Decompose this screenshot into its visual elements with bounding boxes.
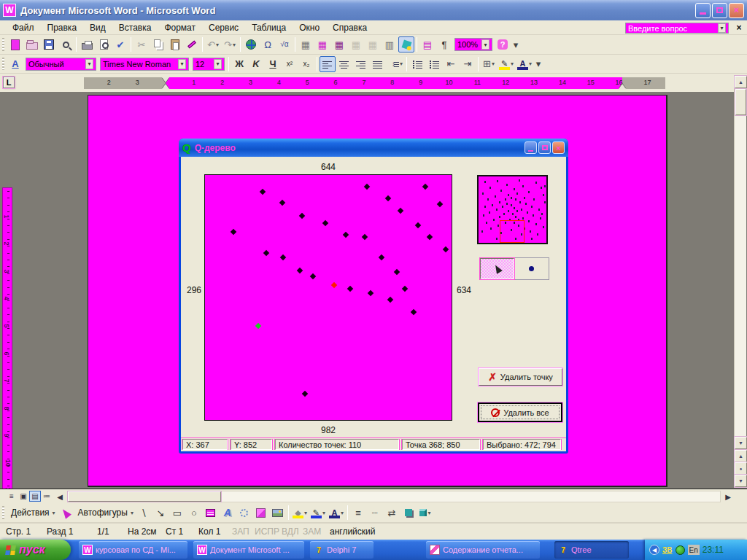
fill-color[interactable]: ◆▾ [291,505,309,521]
tray-collapse-icon[interactable]: ◀ [649,545,659,555]
menu-Таблица[interactable]: Таблица [245,21,293,34]
line-spacing[interactable]: ↕▾ [387,56,404,72]
file-search[interactable] [58,36,74,52]
point[interactable] [279,200,285,206]
status-mode-ИСПР[interactable]: ИСПР [255,526,279,537]
insert-diagram[interactable] [236,505,252,521]
equation-editor[interactable]: √α [276,36,293,52]
toolbar-options[interactable]: ▾ [511,36,520,52]
qtree-minimize-button[interactable] [525,141,537,154]
scroll-left-button[interactable]: ◀ [54,491,66,502]
chevron-down-icon[interactable]: ▾ [85,59,93,69]
point[interactable] [394,269,400,275]
menu-Формат[interactable]: Формат [158,21,202,34]
table-gridlines[interactable]: ▦ [365,36,381,52]
toolbar-grip[interactable] [2,58,4,70]
point[interactable] [398,208,403,214]
scroll-up-button[interactable]: ▲ [735,76,747,88]
add-point-tool-button[interactable] [514,258,549,279]
scroll-right-button[interactable]: ▶ [722,491,734,502]
point[interactable] [343,232,349,238]
font-color-drawing[interactable]: А▾ [328,505,345,521]
ask-close-icon[interactable]: × [733,22,745,34]
task--[interactable]: Содержание отчета... [426,541,540,559]
hanging-indent-marker[interactable] [162,84,169,89]
undo[interactable]: ↶▾ [205,36,221,52]
point[interactable] [280,254,286,260]
show-formatting-marks[interactable]: ¶ [436,36,452,52]
superscript[interactable]: x² [282,56,298,72]
chevron-down-icon[interactable]: ▾ [718,23,726,33]
point[interactable] [260,189,266,195]
next-page-button[interactable]: ▼ [735,475,747,487]
font-color[interactable]: А▾ [516,56,533,72]
horizontal-scroll-thumb[interactable] [68,491,221,502]
status-mode-ВДЛ[interactable]: ВДЛ [282,526,299,537]
print[interactable] [79,36,95,52]
point[interactable] [364,184,370,190]
bold[interactable]: Ж [231,56,247,72]
menu-Файл[interactable]: Файл [6,21,41,34]
menu-Вид[interactable]: Вид [83,21,112,34]
insert-wordart[interactable]: A [220,505,236,521]
normal-view[interactable]: ≡ [6,491,18,502]
point[interactable] [297,268,303,273]
select-tool-button[interactable] [480,258,514,279]
arrow[interactable]: ↘ [152,505,169,521]
tables-and-borders[interactable]: ▦ [298,36,314,52]
insert-picture[interactable] [270,505,286,521]
start-button[interactable]: пуск [0,540,71,560]
point[interactable] [379,254,384,260]
point[interactable] [263,250,269,256]
numbering[interactable] [409,56,425,72]
tray-smiley-icon[interactable] [676,545,685,555]
point[interactable] [427,234,433,240]
paste[interactable] [167,36,183,52]
minimap[interactable] [477,175,548,244]
toolbar-options-formatting[interactable]: ▾ [534,56,543,72]
point[interactable] [415,222,421,228]
language-indicator[interactable]: En [688,545,700,555]
underline[interactable]: Ч [265,56,281,72]
qtree-titlebar[interactable]: Q Q-дерево × [179,139,568,157]
line-color[interactable]: ✎▾ [309,505,327,521]
line[interactable]: ∖ [136,505,152,521]
insert-symbol[interactable]: Ω [260,36,276,52]
close-button[interactable]: × [729,3,744,18]
point[interactable] [437,201,443,207]
point[interactable] [362,234,368,240]
oval[interactable]: ○ [186,505,202,521]
decrease-indent[interactable]: ⇤ [443,56,459,72]
menu-Окно[interactable]: Окно [293,21,326,34]
spelling[interactable]: ✔ [112,36,128,52]
scroll-down-button[interactable]: ▼ [735,437,747,449]
dash-style[interactable]: ┈ [367,505,383,521]
arrow-style[interactable]: ⇄ [384,505,400,521]
point[interactable] [422,184,428,190]
line-style[interactable]: ≡ [350,505,366,521]
point[interactable] [443,246,449,252]
insert-clipart[interactable] [253,505,269,521]
maximize-button[interactable] [712,3,727,18]
new-document[interactable] [7,36,23,52]
delete-all-button[interactable]: Удалить все [478,402,562,422]
columns[interactable]: ▥ [382,36,398,52]
subscript[interactable]: x₂ [298,56,314,72]
minimap-viewport[interactable] [500,220,525,243]
save[interactable] [41,36,57,52]
first-line-indent-marker[interactable] [162,77,169,82]
tab-selector-button[interactable]: L [3,77,15,88]
menu-Справка[interactable]: Справка [326,21,374,34]
table-autoformat[interactable]: ▦ [348,36,364,52]
tray-lang-tool-icon[interactable]: ЗВ [662,546,673,554]
redo[interactable]: ↷▾ [222,36,238,52]
toolbar-grip[interactable] [2,38,4,51]
point-plot-canvas[interactable] [204,174,452,421]
task--mi-[interactable]: Wкурсовая по СД - Mi... [79,541,187,559]
vertical-scrollbar[interactable]: ▲ ▼ ▲ ● ▼ [734,76,746,487]
toolbar-grip[interactable] [2,506,4,519]
draw-actions-menu[interactable]: Действия▾ [7,505,57,521]
point[interactable] [310,273,316,279]
outline-view[interactable]: ≔ [41,491,53,502]
autoshapes-menu[interactable]: Автофигуры▾ [74,505,135,521]
